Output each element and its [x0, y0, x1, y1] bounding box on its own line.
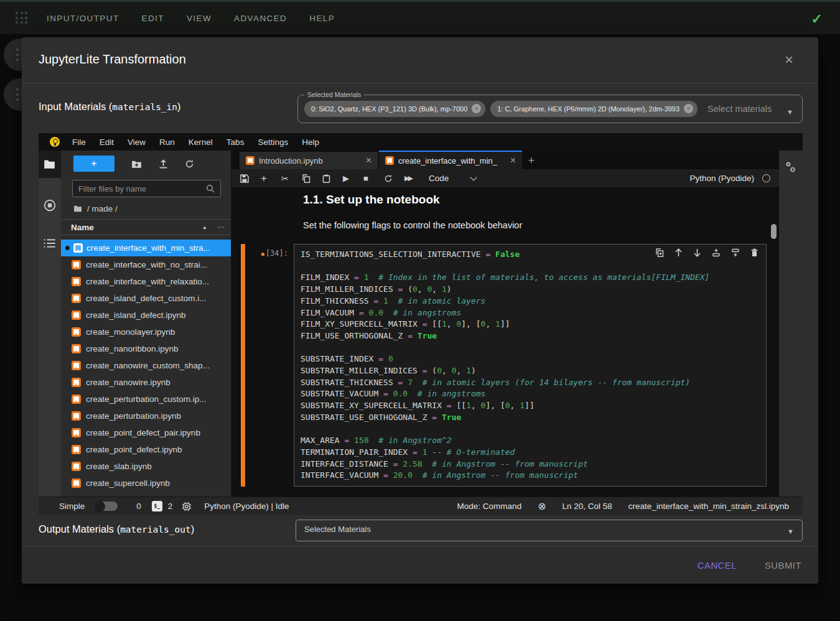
current-filename: create_interface_with_min_strain_zsl.ipy… [628, 502, 789, 511]
output-materials-select[interactable]: Selected Materials ▼ [296, 520, 803, 541]
jlab-menu-run[interactable]: Run [152, 138, 182, 147]
insert-cell-above-icon[interactable] [712, 248, 721, 257]
file-list-item[interactable]: create_monolayer.ipynb [61, 324, 231, 340]
save-icon[interactable] [240, 174, 261, 183]
tab-introduction-ipynb[interactable]: Introduction.ipynb× [240, 152, 378, 169]
running-kernels-icon[interactable] [44, 199, 56, 212]
tab-create-interface-with-min-[interactable]: create_interface_with_min_× [379, 151, 522, 169]
app-menu-view[interactable]: VIEW [187, 14, 212, 23]
add-tab-button[interactable]: + [522, 152, 541, 169]
chip-delete-icon[interactable]: × [684, 104, 693, 113]
code-line [301, 424, 760, 436]
restart-run-all-icon[interactable]: ▶▶ [404, 174, 425, 182]
file-list-item[interactable]: create_nanowire_custom_shap... [61, 357, 231, 374]
jlab-menu-tabs[interactable]: Tabs [220, 138, 251, 147]
file-list-item[interactable]: create_island_defect_custom.i... [61, 290, 231, 307]
chevron-down-icon[interactable]: ▼ [786, 108, 793, 116]
code-cell[interactable]: ●[34]: IS_TERMINATIONS_SELECTION_INTERAC… [241, 244, 767, 487]
code-line: FILM_VACUUM = 0.0 # in angstroms [301, 307, 760, 319]
cut-icon[interactable]: ✂ [281, 174, 302, 184]
lightbulb-icon[interactable] [50, 137, 60, 147]
tab-close-icon[interactable]: × [366, 156, 371, 166]
check-icon[interactable]: ✓ [811, 11, 823, 27]
file-list-item[interactable]: create_nanowire.ipynb [61, 374, 231, 391]
code-editor[interactable]: IS_TERMINATIONS_SELECTION_INTERACTIVE = … [294, 244, 767, 487]
notebook-file-icon [72, 260, 81, 269]
notebook-file-icon [72, 462, 81, 471]
cell-type-dropdown[interactable]: Code [429, 174, 475, 183]
name-column-header[interactable]: Name ▲ ⋯ [61, 219, 231, 235]
kernel-chip-icon[interactable] [182, 502, 192, 511]
status-bar: Simple 0 $_ 2 Python (Pyodide) | Idle Mo… [39, 497, 803, 515]
filter-files-input[interactable]: Filter files by name [72, 180, 221, 197]
jlab-menu-help[interactable]: Help [295, 138, 326, 147]
kernel-indicator[interactable]: Python (Pyodide) [689, 174, 770, 183]
selected-materials-field[interactable]: Selected Materials 0: SiO2, Quartz, HEX … [297, 91, 803, 123]
scrollbar-thumb[interactable] [771, 224, 777, 239]
file-list-item[interactable]: create_slab.ipynb [61, 458, 231, 475]
notebook-file-icon [72, 428, 81, 437]
file-list-item[interactable]: create_point_defect_pair.ipynb [61, 424, 231, 441]
file-list-item[interactable]: create_interface_with_relaxatio... [61, 273, 231, 290]
screen: INPUT/OUTPUTEDITVIEWADVANCEDHELP ✓ Jupyt… [0, 0, 840, 621]
file-list-item[interactable]: create_nanoribbon.ipynb [61, 340, 231, 357]
duplicate-cell-icon[interactable] [655, 248, 664, 257]
code-line: FILM_INDEX = 1 # Index in the list of ma… [301, 272, 760, 284]
refresh-icon[interactable] [185, 159, 194, 169]
app-menubar: INPUT/OUTPUTEDITVIEWADVANCEDHELP ✓ [0, 0, 840, 34]
stop-icon[interactable]: ■ [363, 174, 384, 183]
file-list-item[interactable]: create_point_defect.ipynb [61, 441, 231, 458]
settings-gears-icon[interactable] [784, 161, 798, 174]
file-list-item[interactable]: create_perturbation.ipynb [61, 408, 231, 424]
new-folder-icon[interactable] [131, 159, 142, 169]
chip-delete-icon[interactable]: × [472, 104, 481, 113]
upload-icon[interactable] [159, 159, 168, 169]
tab-close-icon[interactable]: × [510, 156, 516, 166]
select-materials-placeholder[interactable]: Select materials [707, 104, 772, 114]
file-list-item[interactable]: create_island_defect.ipynb [61, 307, 231, 324]
jlab-menu-kernel[interactable]: Kernel [182, 138, 220, 147]
file-list-item[interactable]: create_interface_with_no_strai... [61, 256, 231, 273]
simple-mode-toggle[interactable] [94, 502, 118, 511]
divider [22, 83, 818, 83]
copy-icon[interactable] [302, 174, 322, 183]
selected-materials-legend: Selected Materials [304, 91, 364, 98]
cancel-button[interactable]: CANCEL [698, 560, 737, 571]
table-of-contents-icon[interactable] [44, 238, 56, 249]
jlab-menu-settings[interactable]: Settings [251, 138, 295, 147]
move-cell-up-icon[interactable] [674, 248, 683, 257]
new-launcher-button[interactable]: + [73, 156, 114, 172]
file-browser-icon[interactable] [44, 159, 55, 169]
cell-toolbar [655, 248, 758, 257]
insert-cell-below-icon[interactable] [731, 248, 740, 257]
app-menu-help[interactable]: HELP [309, 14, 335, 23]
close-icon[interactable]: × [785, 52, 793, 67]
code-line: SUBSTRATE_VACUUM = 0.0 # in angstroms [301, 388, 760, 400]
delete-cell-icon[interactable] [750, 248, 758, 257]
material-chip[interactable]: 1: C, Graphene, HEX (P6/mmm) 2D (Monolay… [490, 101, 698, 117]
breadcrumb[interactable]: / made / [61, 201, 231, 216]
file-list-item[interactable]: create_interface_with_min_stra... [61, 240, 231, 256]
jlab-menu-file[interactable]: File [65, 138, 93, 147]
app-menu-edit[interactable]: EDIT [142, 14, 164, 23]
file-list-item[interactable]: create_supercell.ipynb [61, 475, 231, 492]
material-chip[interactable]: 0: SiO2, Quartz, HEX (P3_121) 3D (Bulk),… [304, 101, 485, 117]
app-menu-input-output[interactable]: INPUT/OUTPUT [47, 14, 119, 23]
active-cell-bar [241, 244, 245, 487]
move-cell-down-icon[interactable] [693, 248, 701, 257]
submit-button[interactable]: SUBMIT [765, 560, 801, 571]
file-list-item[interactable]: create_perturbation_custom.ip... [61, 391, 231, 408]
jlab-menu-edit[interactable]: Edit [93, 138, 121, 147]
app-menu-advanced[interactable]: ADVANCED [234, 14, 287, 23]
restart-kernel-icon[interactable] [384, 174, 404, 183]
kernel-status-text[interactable]: Python (Pyodide) | Idle [204, 502, 289, 511]
run-icon[interactable]: ▶ [343, 174, 363, 183]
app-logo-icon[interactable] [16, 12, 28, 24]
add-cell-icon[interactable]: + [261, 172, 281, 185]
terminal-icon[interactable]: $_ [152, 501, 162, 511]
more-options-icon[interactable]: ⋯ [217, 223, 225, 231]
trust-shield-icon[interactable]: ⊗ [538, 500, 546, 512]
jlab-menu-view[interactable]: View [121, 138, 152, 147]
paste-icon[interactable] [322, 174, 343, 183]
notification-count[interactable]: 0 [136, 502, 141, 511]
